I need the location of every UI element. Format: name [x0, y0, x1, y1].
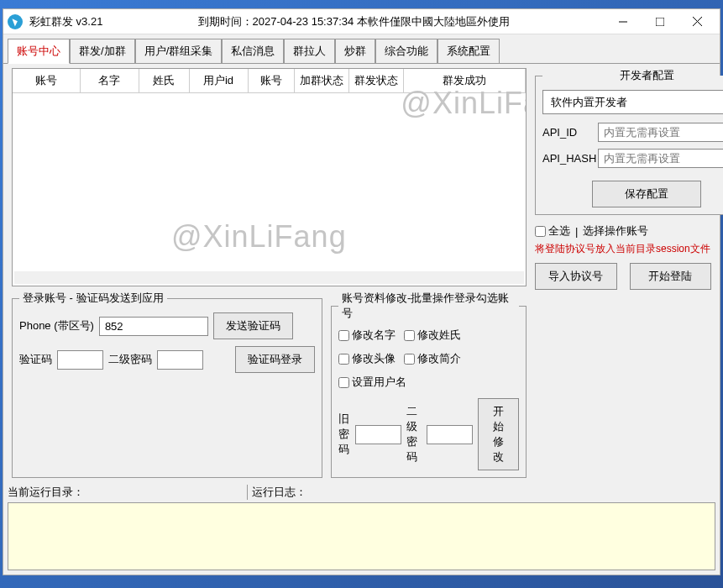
titlebar: 彩虹群发 v3.21 到期时间：2027-04-23 15:37:34 本軟件僅… — [3, 9, 720, 34]
pwd2-label: 二级密码 — [108, 352, 152, 367]
login-group: 登录账号 - 验证码发送到应用 Phone (带区号) 发送验证码 验证码 二级… — [12, 291, 322, 478]
maximize-button[interactable] — [642, 10, 678, 34]
horizontal-scrollbar[interactable] — [14, 271, 524, 284]
cwd-label: 当前运行目录： — [8, 485, 243, 500]
tab-account-center[interactable]: 账号中心 — [8, 39, 70, 64]
api-hash-input[interactable] — [598, 149, 723, 168]
api-id-label: API_ID — [542, 126, 593, 139]
old-pwd-input[interactable] — [355, 425, 401, 444]
svg-rect-1 — [656, 18, 664, 26]
old-pwd-label: 旧密码 — [338, 412, 350, 457]
minimize-button[interactable] — [605, 10, 642, 34]
tab-send-join[interactable]: 群发/加群 — [70, 39, 135, 64]
tab-config[interactable]: 系统配置 — [437, 39, 500, 64]
chk-set-username[interactable]: 设置用户名 — [338, 375, 406, 390]
log-label: 运行日志： — [252, 485, 306, 500]
import-protocol-button[interactable]: 导入协议号 — [535, 263, 617, 290]
start-login-button[interactable]: 开始登陆 — [630, 263, 712, 290]
dev-group: 开发者配置 软件内置开发者 API_ID API_HASH 保存配置 — [535, 68, 723, 215]
account-table-container: 账号 名字 姓氏 用户id 账号 加群状态 群发状态 群发成功 @XinLiF — [12, 68, 527, 286]
session-warning: 将登陆协议号放入当前目录session文件 — [535, 242, 711, 256]
login-legend: 登录账号 - 验证码发送到应用 — [19, 291, 167, 306]
api-id-input[interactable] — [598, 123, 723, 142]
start-modify-button[interactable]: 开始修改 — [478, 398, 519, 470]
tab-chao[interactable]: 炒群 — [335, 39, 375, 64]
code-input[interactable] — [57, 350, 103, 370]
col-userid[interactable]: 用户id — [189, 69, 248, 93]
code-label: 验证码 — [19, 352, 52, 367]
select-op-label: 选择操作账号 — [583, 223, 648, 239]
tab-bar: 账号中心 群发/加群 用户/群组采集 私信消息 群拉人 炒群 综合功能 系统配置 — [3, 34, 720, 64]
dev-legend: 开发者配置 — [542, 68, 723, 83]
col-send-status[interactable]: 群发状态 — [348, 69, 403, 93]
code-login-button[interactable]: 验证码登录 — [235, 346, 315, 373]
account-table[interactable]: 账号 名字 姓氏 用户id 账号 加群状态 群发状态 群发成功 — [13, 69, 526, 93]
modify-legend: 账号资料修改-批量操作登录勾选账号 — [338, 291, 519, 321]
api-hash-label: API_HASH — [542, 152, 593, 165]
col-last[interactable]: 姓氏 — [139, 69, 189, 93]
app-icon — [8, 14, 23, 29]
tab-general[interactable]: 综合功能 — [375, 39, 437, 64]
titlebar-info: 到期时间：2027-04-23 15:37:34 本軟件僅限中國大陸地區外使用 — [102, 14, 605, 29]
tab-private-msg[interactable]: 私信消息 — [222, 39, 284, 64]
select-all-checkbox[interactable]: 全选 — [535, 223, 570, 239]
col-join-status[interactable]: 加群状态 — [294, 69, 348, 93]
chk-mod-bio[interactable]: 修改简介 — [404, 351, 461, 366]
chk-mod-avatar[interactable]: 修改头像 — [338, 351, 396, 366]
col-account[interactable]: 账号 — [13, 69, 80, 93]
dev-select[interactable]: 软件内置开发者 — [542, 90, 723, 114]
phone-input[interactable] — [99, 317, 208, 336]
phone-label: Phone (带区号) — [19, 318, 94, 333]
second-pwd-label: 二级密码 — [406, 404, 422, 465]
app-title: 彩虹群发 v3.21 — [29, 14, 102, 29]
col-account2[interactable]: 账号 — [248, 69, 294, 93]
tab-group-invite[interactable]: 群拉人 — [284, 39, 335, 64]
save-config-button[interactable]: 保存配置 — [592, 181, 701, 207]
chk-mod-last[interactable]: 修改姓氏 — [404, 328, 461, 343]
col-name[interactable]: 名字 — [80, 69, 139, 93]
pwd2-input[interactable] — [157, 350, 203, 370]
modify-group: 账号资料修改-批量操作登录勾选账号 修改名字 修改姓氏 修改头像 修改简介 设置… — [331, 291, 527, 478]
second-pwd-input[interactable] — [427, 425, 473, 444]
col-send-success[interactable]: 群发成功 — [403, 69, 526, 93]
send-code-button[interactable]: 发送验证码 — [213, 312, 293, 339]
log-area[interactable]: @XinLiFang — [8, 502, 715, 570]
chk-mod-name[interactable]: 修改名字 — [338, 328, 396, 343]
close-button[interactable] — [678, 10, 715, 34]
tab-user-collect[interactable]: 用户/群组采集 — [135, 39, 223, 64]
